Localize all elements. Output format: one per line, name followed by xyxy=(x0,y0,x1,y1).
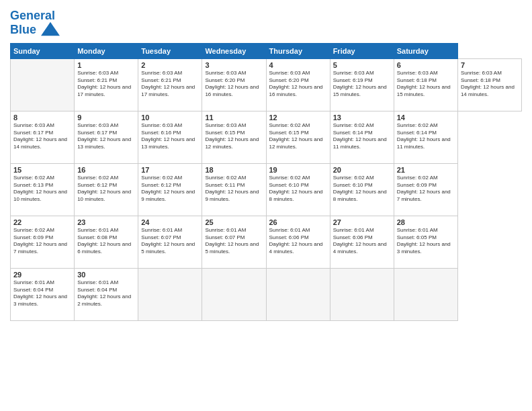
calendar-cell: 21Sunrise: 6:02 AMSunset: 6:09 PMDayligh… xyxy=(394,163,457,216)
calendar-cell xyxy=(330,268,394,320)
calendar-cell: 19Sunrise: 6:02 AMSunset: 6:10 PMDayligh… xyxy=(266,163,330,216)
day-number: 26 xyxy=(269,218,327,226)
day-info: Sunrise: 6:03 AMSunset: 6:20 PMDaylight:… xyxy=(205,70,263,99)
day-number: 29 xyxy=(13,271,71,279)
day-number: 10 xyxy=(141,113,199,122)
day-info: Sunrise: 6:03 AMSunset: 6:18 PMDaylight:… xyxy=(461,70,519,99)
col-header-tuesday: Tuesday xyxy=(138,43,202,58)
day-info: Sunrise: 6:03 AMSunset: 6:21 PMDaylight:… xyxy=(77,70,135,99)
day-info: Sunrise: 6:01 AMSunset: 6:06 PMDaylight:… xyxy=(333,227,391,256)
day-info: Sunrise: 6:01 AMSunset: 6:07 PMDaylight:… xyxy=(205,227,263,256)
calendar-cell: 22Sunrise: 6:02 AMSunset: 6:09 PMDayligh… xyxy=(11,216,75,268)
calendar-cell: 24Sunrise: 6:01 AMSunset: 6:07 PMDayligh… xyxy=(138,216,202,268)
day-number: 2 xyxy=(141,61,199,69)
day-info: Sunrise: 6:02 AMSunset: 6:13 PMDaylight:… xyxy=(13,175,71,203)
day-number: 20 xyxy=(333,166,391,174)
page-header: General Blue xyxy=(10,7,522,38)
day-number: 3 xyxy=(205,61,263,69)
calendar-cell: 12Sunrise: 6:02 AMSunset: 6:15 PMDayligh… xyxy=(266,111,330,163)
calendar-table: SundayMondayTuesdayWednesdayThursdayFrid… xyxy=(10,43,522,321)
day-number: 28 xyxy=(397,218,455,226)
calendar-cell: 29Sunrise: 6:01 AMSunset: 6:04 PMDayligh… xyxy=(11,268,75,320)
day-info: Sunrise: 6:01 AMSunset: 6:06 PMDaylight:… xyxy=(269,227,327,256)
calendar-cell: 17Sunrise: 6:02 AMSunset: 6:12 PMDayligh… xyxy=(138,163,202,216)
day-info: Sunrise: 6:01 AMSunset: 6:05 PMDaylight:… xyxy=(397,227,455,256)
calendar-cell: 2Sunrise: 6:03 AMSunset: 6:21 PMDaylight… xyxy=(138,58,202,111)
day-number: 4 xyxy=(269,61,327,69)
col-header-friday: Friday xyxy=(330,43,394,58)
calendar-cell xyxy=(138,268,202,320)
day-info: Sunrise: 6:03 AMSunset: 6:18 PMDaylight:… xyxy=(397,70,455,99)
day-info: Sunrise: 6:01 AMSunset: 6:04 PMDaylight:… xyxy=(77,279,135,308)
day-info: Sunrise: 6:03 AMSunset: 6:15 PMDaylight:… xyxy=(205,122,263,151)
day-info: Sunrise: 6:01 AMSunset: 6:07 PMDaylight:… xyxy=(141,227,199,256)
logo-blue: Blue xyxy=(10,23,36,36)
day-number: 7 xyxy=(461,61,519,69)
day-number: 8 xyxy=(13,113,71,122)
day-info: Sunrise: 6:03 AMSunset: 6:17 PMDaylight:… xyxy=(13,122,71,151)
calendar-cell: 15Sunrise: 6:02 AMSunset: 6:13 PMDayligh… xyxy=(11,163,75,216)
calendar-cell: 16Sunrise: 6:02 AMSunset: 6:12 PMDayligh… xyxy=(75,163,138,216)
calendar-cell: 10Sunrise: 6:03 AMSunset: 6:16 PMDayligh… xyxy=(138,111,202,163)
calendar-cell: 25Sunrise: 6:01 AMSunset: 6:07 PMDayligh… xyxy=(202,216,266,268)
calendar-cell: 8Sunrise: 6:03 AMSunset: 6:17 PMDaylight… xyxy=(11,111,75,163)
day-info: Sunrise: 6:03 AMSunset: 6:21 PMDaylight:… xyxy=(141,70,199,99)
day-number: 1 xyxy=(77,61,135,69)
day-info: Sunrise: 6:01 AMSunset: 6:08 PMDaylight:… xyxy=(77,227,135,256)
calendar-cell: 18Sunrise: 6:02 AMSunset: 6:11 PMDayligh… xyxy=(202,163,266,216)
day-number: 17 xyxy=(141,166,199,174)
day-info: Sunrise: 6:02 AMSunset: 6:12 PMDaylight:… xyxy=(141,175,199,203)
day-number: 21 xyxy=(397,166,455,174)
day-number: 14 xyxy=(397,113,455,122)
calendar-cell xyxy=(202,268,266,320)
day-info: Sunrise: 6:02 AMSunset: 6:11 PMDaylight:… xyxy=(205,175,263,203)
day-info: Sunrise: 6:02 AMSunset: 6:15 PMDaylight:… xyxy=(269,122,327,151)
day-number: 19 xyxy=(269,166,327,174)
day-number: 12 xyxy=(269,113,327,122)
day-number: 9 xyxy=(77,113,135,122)
day-number: 6 xyxy=(397,61,455,69)
empty-cell xyxy=(11,58,75,111)
calendar-cell: 27Sunrise: 6:01 AMSunset: 6:06 PMDayligh… xyxy=(330,216,394,268)
day-number: 16 xyxy=(77,166,135,174)
logo-general: General xyxy=(10,9,55,22)
day-info: Sunrise: 6:01 AMSunset: 6:04 PMDaylight:… xyxy=(13,279,71,308)
day-number: 5 xyxy=(333,61,391,69)
day-info: Sunrise: 6:02 AMSunset: 6:14 PMDaylight:… xyxy=(397,122,455,151)
calendar-cell: 4Sunrise: 6:03 AMSunset: 6:20 PMDaylight… xyxy=(266,58,330,111)
day-number: 30 xyxy=(77,271,135,279)
day-info: Sunrise: 6:02 AMSunset: 6:10 PMDaylight:… xyxy=(269,175,327,203)
day-number: 24 xyxy=(141,218,199,226)
calendar-cell: 28Sunrise: 6:01 AMSunset: 6:05 PMDayligh… xyxy=(394,216,457,268)
day-number: 18 xyxy=(205,166,263,174)
calendar-cell: 23Sunrise: 6:01 AMSunset: 6:08 PMDayligh… xyxy=(75,216,138,268)
calendar-cell: 5Sunrise: 6:03 AMSunset: 6:19 PMDaylight… xyxy=(330,58,394,111)
col-header-thursday: Thursday xyxy=(266,43,330,58)
calendar-cell: 11Sunrise: 6:03 AMSunset: 6:15 PMDayligh… xyxy=(202,111,266,163)
calendar-cell xyxy=(266,268,330,320)
calendar-cell: 1Sunrise: 6:03 AMSunset: 6:21 PMDaylight… xyxy=(75,58,138,111)
day-info: Sunrise: 6:02 AMSunset: 6:14 PMDaylight:… xyxy=(333,122,391,151)
svg-marker-0 xyxy=(41,22,60,36)
day-number: 23 xyxy=(77,218,135,226)
calendar-cell: 6Sunrise: 6:03 AMSunset: 6:18 PMDaylight… xyxy=(394,58,457,111)
calendar-cell xyxy=(394,268,457,320)
day-info: Sunrise: 6:02 AMSunset: 6:10 PMDaylight:… xyxy=(333,175,391,203)
day-info: Sunrise: 6:03 AMSunset: 6:16 PMDaylight:… xyxy=(141,122,199,151)
calendar-cell: 9Sunrise: 6:03 AMSunset: 6:17 PMDaylight… xyxy=(75,111,138,163)
col-header-saturday: Saturday xyxy=(394,43,457,58)
calendar-cell: 30Sunrise: 6:01 AMSunset: 6:04 PMDayligh… xyxy=(75,268,138,320)
day-info: Sunrise: 6:03 AMSunset: 6:19 PMDaylight:… xyxy=(333,70,391,99)
day-info: Sunrise: 6:02 AMSunset: 6:09 PMDaylight:… xyxy=(397,175,455,203)
day-number: 11 xyxy=(205,113,263,122)
day-number: 15 xyxy=(13,166,71,174)
day-number: 22 xyxy=(13,218,71,226)
calendar-cell: 13Sunrise: 6:02 AMSunset: 6:14 PMDayligh… xyxy=(330,111,394,163)
day-number: 25 xyxy=(205,218,263,226)
day-info: Sunrise: 6:03 AMSunset: 6:17 PMDaylight:… xyxy=(77,122,135,151)
col-header-wednesday: Wednesday xyxy=(202,43,266,58)
calendar-cell: 26Sunrise: 6:01 AMSunset: 6:06 PMDayligh… xyxy=(266,216,330,268)
calendar-cell: 7Sunrise: 6:03 AMSunset: 6:18 PMDaylight… xyxy=(457,58,521,111)
day-number: 27 xyxy=(333,218,391,226)
day-info: Sunrise: 6:02 AMSunset: 6:12 PMDaylight:… xyxy=(77,175,135,203)
